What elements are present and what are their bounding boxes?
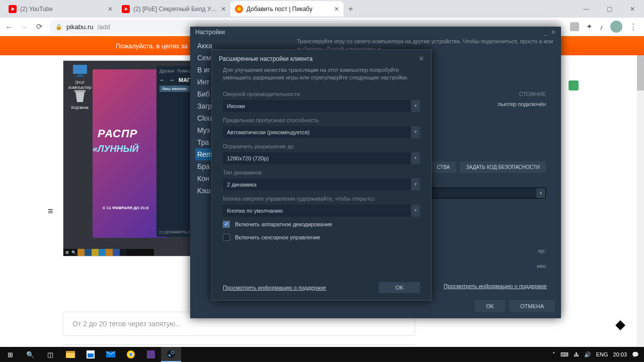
sale-sub: С 11 ФЕВРАЛЯ ДО 21:0 (103, 206, 148, 210)
partial-label: иво (537, 263, 546, 269)
overlay-button-select[interactable]: Кнопка по умолчанию ▼ (223, 205, 420, 217)
youtube-icon (122, 5, 130, 13)
overlay-button-label: Кнопка оверлея управления (удерживайте, … (212, 192, 431, 204)
partial-label: ер: (538, 248, 546, 254)
svg-point-15 (129, 353, 132, 356)
devices-button[interactable]: СТВА (431, 161, 456, 173)
chevron-down-icon: ▼ (411, 126, 420, 138)
hamburger-icon[interactable]: ≡ (48, 206, 53, 217)
banner-text: Пожалуйста, в целях за (116, 42, 188, 50)
chevron-down-icon: ▼ (411, 205, 420, 217)
chevron-down-icon: ▼ (411, 152, 420, 164)
url-path: /add (97, 23, 110, 31)
reload-button[interactable]: ⟳ (34, 22, 44, 31)
keyboard-icon[interactable]: ⌨ (560, 351, 569, 358)
overlay-label: Оверлей производительности (212, 87, 431, 99)
media-button[interactable]: ♪ (600, 23, 604, 31)
back-button[interactable]: ← (4, 23, 14, 31)
scroll-thumb[interactable] (637, 55, 644, 90)
maximize-button[interactable]: ▢ (598, 0, 621, 18)
extension-icons: ✦ ♪ ⋮ (567, 21, 640, 33)
tab-poe[interactable]: (2) [PoE] Секретный Билд Убило ✕ (117, 1, 230, 17)
close-icon[interactable]: ✕ (419, 55, 424, 62)
svg-rect-4 (73, 65, 87, 74)
minimize-icon[interactable]: _ (543, 29, 547, 36)
window-controls: — ▢ ✕ (575, 0, 644, 18)
close-icon[interactable]: ✕ (551, 29, 556, 36)
chevron-down-icon: ▼ (411, 100, 420, 112)
ok-button[interactable]: OK (379, 282, 420, 293)
speakers-label: Тип динамиков (212, 165, 431, 177)
svg-rect-16 (147, 350, 155, 358)
task-view-button[interactable]: ◫ (40, 347, 60, 362)
sale-line1: РАСПР (98, 127, 137, 140)
search-button[interactable]: 🔍 (20, 347, 40, 362)
profile-avatar[interactable] (610, 21, 622, 33)
notifications-icon[interactable]: 💬 (632, 351, 639, 358)
extension-icon[interactable] (570, 22, 579, 31)
close-button[interactable]: ✕ (621, 0, 644, 18)
touch-label: Включить сенсорное управление (235, 234, 320, 240)
menu-button[interactable]: ⋮ (629, 22, 637, 31)
cancel-button[interactable]: ОТМЕНА (509, 300, 555, 312)
minimize-button[interactable]: — (575, 0, 598, 18)
tab-youtube[interactable]: (2) YouTube ✕ (4, 1, 117, 17)
svg-rect-7 (74, 90, 86, 92)
volume-icon[interactable]: 🔊 (584, 351, 591, 358)
mail-icon[interactable] (101, 347, 121, 362)
extensions-button[interactable]: ✦ (586, 22, 593, 31)
resolution-label: Ограничить разрешение до (212, 139, 431, 151)
support-link[interactable]: Просмотреть информацию о поддержке (223, 285, 326, 291)
scrollbar[interactable] (637, 55, 644, 347)
svg-rect-6 (76, 76, 84, 77)
close-icon[interactable]: ✕ (334, 6, 339, 13)
url-host: pikabu.ru (66, 23, 93, 31)
network-icon[interactable]: 🖧 (574, 351, 579, 357)
close-icon[interactable]: ✕ (221, 6, 226, 13)
youtube-icon (9, 5, 17, 13)
system-tray: ˄ ⌨ 🖧 🔊 ENG 20:03 💬 (547, 351, 644, 358)
steam-icon[interactable] (161, 347, 181, 362)
bandwidth-select[interactable]: Автоматически (рекомендуется) ▼ (223, 126, 420, 138)
resolution-select[interactable]: 644x362 (720p) ▼ (223, 152, 420, 164)
clock[interactable]: 20:03 (613, 351, 627, 357)
start-button[interactable]: ⊞ (0, 347, 20, 362)
lock-icon: 🔒 (55, 24, 62, 30)
security-code-button[interactable]: ЗАДАТЬ КОД БЕЗОПАСНОСТИ (460, 161, 546, 173)
browser-tab-bar: (2) YouTube ✕ (2) [PoE] Секретный Билд У… (0, 0, 644, 18)
overlay-select[interactable]: Иконки ▼ (223, 100, 420, 112)
ok-button[interactable]: OK (475, 300, 505, 312)
svg-rect-11 (88, 353, 94, 357)
support-link[interactable]: Просмотреть информацию о поддержке (444, 283, 547, 289)
desktop-bin-icon: Корзина (65, 88, 95, 110)
tags-placeholder: От 2 до 20 тегов через запятую... (72, 320, 181, 328)
store-icon[interactable] (80, 347, 101, 362)
sale-line2: «ЛУННЫЙ (93, 144, 139, 154)
feedback-icon[interactable] (615, 320, 625, 330)
windows-taskbar: ⊞ 🔍 ◫ ˄ ⌨ 🖧 🔊 ENG 20:03 💬 (0, 347, 644, 362)
state-value: пьютер подключён (498, 101, 546, 107)
speakers-select[interactable]: 2 динамика ▼ (223, 178, 420, 191)
pikabu-icon (235, 5, 243, 13)
explorer-icon[interactable] (60, 347, 80, 362)
chevron-down-icon: ▼ (411, 178, 420, 191)
steam-settings-title: Настройки _ ✕ (190, 27, 561, 38)
close-icon[interactable]: ✕ (108, 6, 113, 13)
tab-pikabu[interactable]: Добавить пост | Пикабу ✕ (230, 1, 344, 17)
hw-decode-label: Включить аппаратное декодирование (235, 221, 332, 227)
tab-title: (2) YouTube (20, 6, 104, 13)
app-icon[interactable] (141, 347, 161, 362)
settings-select[interactable]: ▼ (430, 188, 546, 199)
language-indicator[interactable]: ENG (596, 351, 608, 357)
svg-point-3 (237, 7, 241, 11)
chrome-icon[interactable] (121, 347, 141, 362)
tray-chevron-icon[interactable]: ˄ (552, 351, 555, 358)
svg-rect-9 (66, 351, 75, 353)
new-tab-button[interactable]: + (344, 5, 358, 14)
touch-checkbox[interactable] (223, 234, 230, 241)
forward-button[interactable]: → (19, 23, 29, 31)
chevron-down-icon: ▼ (536, 188, 545, 198)
advanced-client-settings-modal: Расширенные настройки клиента ✕ Для улуч… (211, 49, 432, 301)
hw-decode-checkbox[interactable] (223, 221, 230, 228)
svg-rect-5 (78, 74, 82, 76)
